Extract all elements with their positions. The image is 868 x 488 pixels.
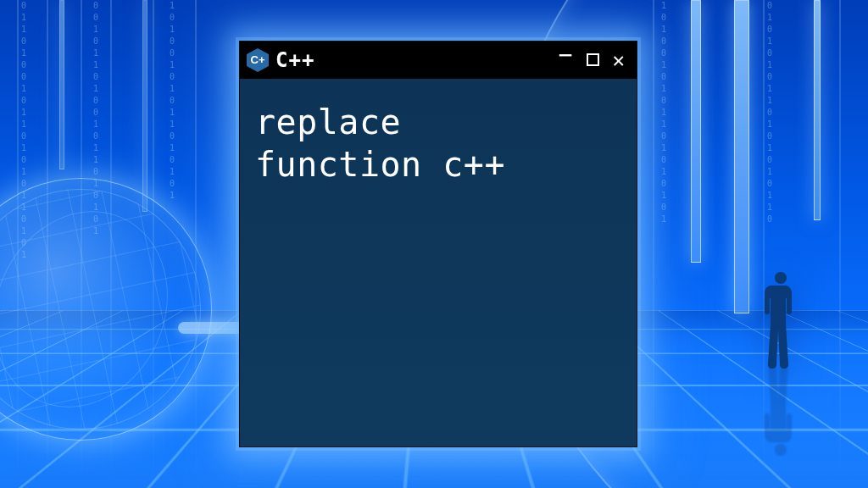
man-silhouette: [761, 272, 800, 369]
code-line-2: function c++: [255, 145, 505, 184]
pillar: [734, 0, 749, 313]
man-reflection: [761, 371, 800, 456]
code-text: replace function c++: [255, 101, 621, 186]
pillar: [59, 0, 64, 169]
globe-arrow: [178, 322, 246, 334]
pillar: [814, 0, 821, 220]
pillar: [691, 0, 701, 263]
code-line-1: replace: [255, 103, 401, 141]
titlebar[interactable]: C+ C++ − ✕: [240, 42, 637, 79]
maximize-button[interactable]: [583, 50, 603, 70]
window-title: C++: [275, 50, 314, 70]
close-button[interactable]: ✕: [609, 48, 628, 72]
terminal-content: replace function c++: [240, 79, 637, 446]
terminal-window: C+ C++ − ✕ replace function c++: [239, 41, 637, 447]
titlebar-left: C+ C++: [247, 48, 314, 72]
pillar: [142, 0, 147, 212]
cpp-logo-icon: C+: [247, 48, 269, 72]
cpp-logo-text: C+: [251, 54, 265, 65]
minimize-button[interactable]: −: [555, 42, 576, 69]
